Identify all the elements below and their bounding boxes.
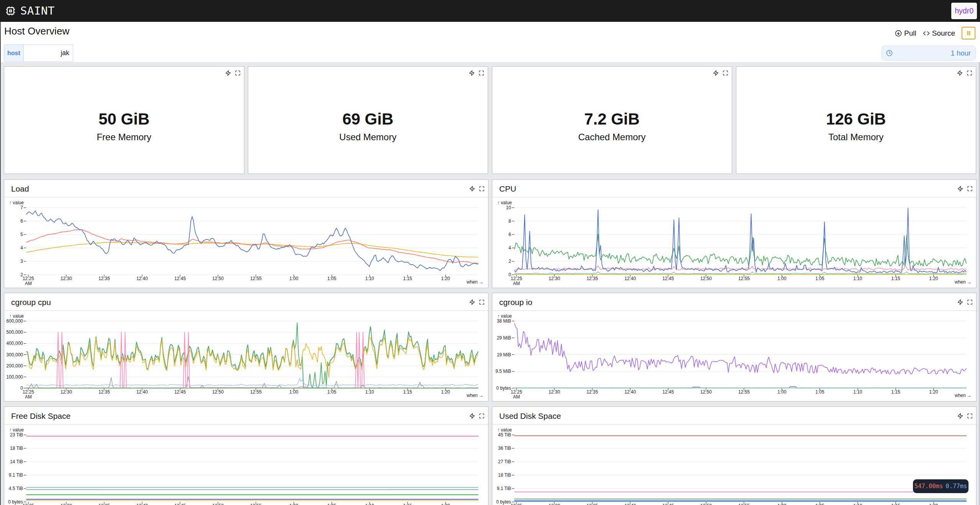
y-tick-label: 19 MiB — [497, 352, 511, 357]
x-tick-label: 12:40 — [624, 276, 636, 281]
top-bar: SAINT hydr0 — [0, 0, 980, 22]
chart-panel-cgroup-io: cgroup io0 bytes9.5 MiB19 MiB29 MiB38 Mi… — [492, 293, 977, 402]
time-range-picker[interactable]: 1 hour — [882, 46, 976, 61]
chart-plot-cgroup-io[interactable]: 0 bytes9.5 MiB19 MiB29 MiB38 MiB12:25AM1… — [492, 293, 977, 402]
chart-plot-cpu[interactable]: 024681012:25AM12:3012:3512:4012:4512:501… — [492, 180, 977, 289]
x-tick-label: 12:55 — [250, 389, 262, 395]
x-tick-label: 12:55 — [250, 276, 262, 281]
refresh-lightning-icon[interactable] — [957, 70, 963, 76]
source-button[interactable]: Source — [923, 29, 955, 38]
x-tick-sublabel: AM — [25, 280, 32, 286]
x-tick-sublabel: AM — [513, 280, 520, 286]
stat-panel-cached-memory: 7.2 GiBCached Memory — [492, 66, 733, 174]
series-line-4 — [26, 376, 478, 388]
y-tick-label: 0 bytes — [8, 499, 23, 505]
fullscreen-icon[interactable] — [723, 70, 728, 76]
x-tick-label: 12:35 — [98, 276, 110, 281]
x-tick-label: 1:10 — [365, 276, 374, 281]
series-line-0 — [26, 242, 478, 257]
stat-value: 69 GiB — [248, 110, 488, 128]
y-tick-label: 14 TiB — [10, 459, 23, 464]
chart-plot-free-disk-space[interactable]: 0 bytes4.5 TiB9.1 TiB14 TiB18 TiB23 TiB1… — [4, 407, 488, 505]
refresh-lightning-icon[interactable] — [713, 70, 719, 76]
x-tick-label: 12:30 — [61, 389, 72, 395]
chart-panel-used-disk-space: Used Disk Space0 bytes9.1 TiB18 TiB27 Ti… — [492, 407, 977, 505]
refresh-lightning-icon[interactable] — [225, 70, 231, 76]
x-tick-label: 1:05 — [815, 503, 824, 505]
x-tick-label: 12:45 — [174, 389, 186, 395]
pull-button[interactable]: Pull — [895, 29, 916, 38]
pause-icon — [966, 30, 972, 36]
refresh-lightning-icon[interactable] — [469, 70, 475, 76]
stat-value: 50 GiB — [4, 110, 244, 128]
x-tick-label: 12:30 — [549, 503, 560, 505]
chart-plot-used-disk-space[interactable]: 0 bytes9.1 TiB18 TiB27 TiB36 TiB45 TiB12… — [492, 407, 977, 505]
code-brackets-icon — [923, 30, 930, 37]
x-tick-label: 1:20 — [441, 276, 450, 281]
x-tick-label: 12:50 — [700, 503, 712, 505]
x-tick-label: 12:40 — [136, 389, 148, 395]
tooltip-value-1: 547.00ms — [914, 483, 943, 490]
fullscreen-icon[interactable] — [235, 70, 241, 76]
y-tick-label: 4 — [508, 245, 511, 251]
chart-panel-load: Load23456712:25AM12:3012:3512:4012:4512:… — [4, 179, 488, 288]
time-range-label: 1 hour — [951, 49, 971, 57]
x-tick-label: 12:35 — [587, 503, 598, 505]
y-tick-label: 7 — [20, 205, 23, 210]
series-line-1 — [515, 272, 966, 274]
y-tick-label: 200,000 — [7, 363, 23, 369]
pause-button[interactable] — [962, 27, 975, 39]
y-tick-label: 18 TiB — [498, 472, 511, 478]
y-tick-label: 5 — [20, 232, 23, 237]
chart-plot-load[interactable]: 23456712:25AM12:3012:3512:4012:4512:5012… — [4, 180, 488, 289]
y-tick-label: 9.1 TiB — [9, 472, 23, 478]
x-tick-label: 12:50 — [700, 389, 712, 395]
x-tick-sublabel: AM — [513, 394, 520, 400]
y-tick-label: 0 bytes — [496, 385, 511, 391]
x-tick-label: 1:00 — [289, 389, 298, 395]
series-line-3 — [26, 378, 478, 385]
y-axis-label: ↑ value — [497, 200, 512, 205]
series-line-2 — [515, 265, 966, 271]
chart-plot-cgroup-cpu[interactable]: 0100,000200,000300,000400,000500,000600,… — [4, 293, 488, 402]
x-tick-sublabel: AM — [25, 394, 32, 400]
series-line-0 — [515, 274, 966, 274]
fullscreen-icon[interactable] — [967, 70, 972, 76]
x-tick-label: 1:20 — [929, 276, 938, 281]
y-tick-label: 18 TiB — [10, 446, 23, 451]
window-left-edge — [0, 22, 1, 505]
stat-label: Free Memory — [4, 132, 244, 143]
fullscreen-icon[interactable] — [479, 70, 484, 76]
y-tick-label: 600,000 — [7, 318, 23, 324]
y-tick-label: 29 MiB — [497, 335, 511, 341]
x-tick-label: 12:55 — [738, 503, 750, 505]
y-tick-label: 500,000 — [7, 330, 23, 335]
x-tick-label: 12:50 — [212, 503, 224, 505]
user-button[interactable]: hydr0 — [951, 3, 977, 19]
y-tick-label: 36 TiB — [498, 446, 511, 451]
filter-row: host 1 hour — [0, 42, 980, 62]
page-title: Host Overview — [4, 24, 69, 38]
x-tick-label: 1:15 — [891, 276, 900, 281]
x-tick-label: 1:15 — [891, 389, 900, 395]
y-tick-label: 100,000 — [7, 374, 23, 380]
x-tick-label: 12:45 — [174, 276, 186, 281]
x-tick-label: 12:25 — [511, 503, 522, 505]
y-tick-label: 9.1 TiB — [497, 486, 511, 491]
dashboard: 50 GiBFree Memory 69 GiBUsed Memory 7.2 … — [0, 62, 980, 505]
x-tick-label: 1:00 — [777, 276, 787, 281]
y-tick-label: 0 bytes — [496, 499, 511, 505]
x-tick-label: 12:30 — [549, 389, 560, 395]
y-tick-label: 6 — [20, 218, 23, 224]
x-tick-label: 12:55 — [738, 389, 750, 395]
x-tick-label: 12:55 — [738, 276, 750, 281]
x-tick-label: 12:40 — [136, 276, 148, 281]
host-filter-input[interactable] — [24, 45, 73, 61]
y-axis-label: ↑ value — [497, 427, 512, 433]
x-tick-label: 12:50 — [212, 276, 224, 281]
x-tick-label: 1:05 — [327, 503, 336, 505]
stat-label: Used Memory — [248, 132, 488, 143]
stat-label: Total Memory — [736, 132, 976, 143]
y-tick-label: 10 — [506, 205, 511, 210]
series-line-2 — [515, 323, 966, 374]
